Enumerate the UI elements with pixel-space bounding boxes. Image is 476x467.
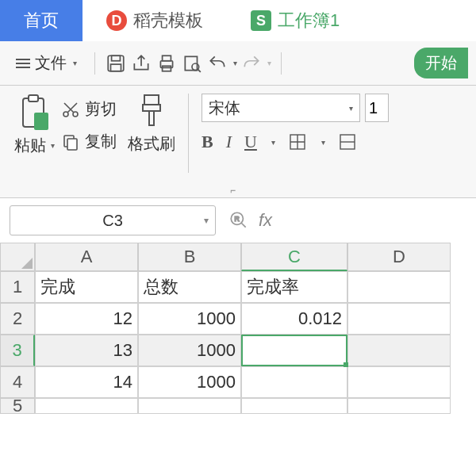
underline-button[interactable]: U [244,132,257,152]
row-header-1[interactable]: 1 [0,271,35,303]
chevron-down-icon[interactable]: ▾ [321,138,325,147]
cell-b5[interactable] [138,398,241,414]
font-group: 宋体 ▾ 1 B I U ▾ ▾ [202,94,389,194]
spreadsheet-icon: S [251,10,271,31]
svg-rect-14 [67,139,77,150]
row-header-4[interactable]: 4 [0,366,35,398]
redo-icon[interactable] [240,52,263,75]
start-label: 开始 [425,54,457,71]
cell-b4[interactable]: 1000 [138,366,241,398]
cell-b3[interactable]: 1000 [138,335,241,366]
row-header-3[interactable]: 3 [0,335,35,366]
col-header-b[interactable]: B [138,243,241,271]
search-icon[interactable]: R [228,210,249,231]
clipboard-group: 粘贴 ▾ 剪切 复制 格式刷 [10,94,180,194]
fx-button[interactable]: fx [259,210,272,231]
select-all-corner[interactable] [0,243,35,271]
svg-rect-9 [29,95,38,101]
cell-a4[interactable]: 14 [35,366,138,398]
chevron-down-icon: ▾ [204,215,209,226]
tab-home-label: 首页 [24,9,59,33]
ribbon: 粘贴 ▾ 剪切 复制 格式刷 宋体 ▾ 1 [0,86,476,198]
copy-label: 复制 [85,131,117,152]
svg-rect-2 [111,64,121,71]
cut-button[interactable]: 剪切 [61,98,117,120]
name-box-value: C3 [102,212,123,230]
tab-workbook[interactable]: S 工作簿1 [227,0,363,41]
svg-rect-10 [34,113,48,130]
svg-rect-17 [149,111,154,125]
merge-button[interactable] [338,132,357,151]
cell-d4[interactable] [347,366,451,398]
chevron-down-icon: ▾ [73,59,77,67]
font-size-value: 1 [369,99,378,117]
cell-b2[interactable]: 1000 [138,303,241,335]
print-icon[interactable] [155,52,178,75]
svg-point-12 [73,112,78,117]
tab-bar: 首页 D 稻壳模板 S 工作簿1 [0,0,476,41]
save-icon[interactable] [105,52,127,75]
divider [94,52,95,75]
undo-caret[interactable]: ▾ [233,59,237,67]
svg-rect-1 [112,56,121,61]
print-preview-icon[interactable] [181,52,203,75]
col-header-d[interactable]: D [347,243,451,271]
start-tab-button[interactable]: 开始 [414,48,468,78]
cell-c1[interactable]: 完成率 [241,271,347,303]
tab-workbook-label: 工作簿1 [278,9,340,33]
file-menu[interactable]: 文件 ▾ [8,49,85,77]
divider [281,52,282,75]
chevron-down-icon[interactable]: ▾ [271,138,275,147]
brush-icon [138,94,165,128]
name-formula-bar: C3 ▾ R fx [0,198,476,243]
font-name-select[interactable]: 宋体 ▾ [202,94,360,122]
hamburger-icon [16,59,30,68]
tab-home[interactable]: 首页 [0,0,83,41]
cell-b1[interactable]: 总数 [138,271,241,303]
cut-label: 剪切 [85,98,117,120]
svg-rect-4 [163,56,171,61]
cell-d5[interactable] [347,398,451,414]
redo-caret[interactable]: ▾ [267,59,271,67]
row-header-2[interactable]: 2 [0,303,35,335]
copy-icon [61,132,80,151]
cell-a2[interactable]: 12 [35,303,138,335]
row-header-5[interactable]: 5 [0,398,35,414]
clipboard-icon [18,94,52,132]
cell-d3[interactable] [347,335,451,366]
svg-rect-5 [163,66,171,71]
svg-rect-16 [143,105,160,111]
quick-toolbar: 文件 ▾ ▾ ▾ 开始 [0,41,476,86]
divider [188,94,189,173]
svg-point-7 [192,63,199,71]
cell-a1[interactable]: 完成 [35,271,138,303]
svg-text:R: R [235,215,240,223]
font-size-select[interactable]: 1 [365,94,389,122]
cell-d1[interactable] [347,271,451,303]
copy-button[interactable]: 复制 [61,131,117,152]
col-header-c[interactable]: C [241,243,347,271]
paste-button[interactable]: 粘贴 ▾ [14,94,55,156]
name-box[interactable]: C3 ▾ [10,205,216,235]
spreadsheet-grid: A B C D 1 完成 总数 完成率 2 12 1000 0.012 3 13… [0,243,476,414]
format-brush-label: 格式刷 [128,133,175,155]
tab-docer[interactable]: D 稻壳模板 [83,0,227,41]
cell-c2[interactable]: 0.012 [241,303,347,335]
file-label: 文件 [35,52,67,74]
cell-d2[interactable] [347,303,451,335]
bold-button[interactable]: B [202,132,213,152]
format-brush-button[interactable]: 格式刷 [128,94,175,155]
share-icon[interactable] [130,52,152,75]
cell-c5[interactable] [241,398,347,414]
cell-a5[interactable] [35,398,138,414]
svg-point-11 [63,112,68,117]
cell-c4[interactable] [241,366,347,398]
col-header-a[interactable]: A [35,243,138,271]
cell-c3[interactable] [241,335,347,366]
undo-icon[interactable] [206,52,228,75]
collapse-marker[interactable]: ⌐ [230,185,236,196]
chevron-down-icon[interactable]: ▾ [51,141,55,150]
cell-a3[interactable]: 13 [35,335,138,366]
border-button[interactable] [288,132,307,151]
italic-button[interactable]: I [226,132,232,152]
